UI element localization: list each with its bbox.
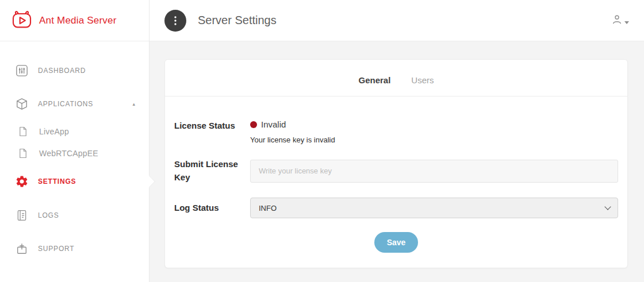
chevron-down-icon	[624, 21, 629, 24]
sidebar-item-applications[interactable]: APPLICATIONS ▴	[0, 87, 149, 121]
settings-card: General Users License Status Invalid You…	[164, 59, 628, 268]
sidebar-nav: DASHBOARD APPLICATIONS ▴	[0, 41, 149, 265]
sidebar-item-label: SUPPORT	[38, 245, 74, 253]
brand: Ant Media Server	[0, 0, 149, 41]
user-menu-button[interactable]	[611, 14, 629, 28]
app-root: Ant Media Server DASHBOARD	[0, 0, 644, 282]
sidebar-item-dashboard[interactable]: DASHBOARD	[0, 54, 149, 87]
logs-icon	[15, 209, 29, 222]
tab-users[interactable]: Users	[411, 75, 434, 85]
license-status-value: Invalid	[250, 119, 618, 129]
ant-media-logo-icon	[10, 10, 33, 32]
sidebar-item-settings[interactable]: SETTINGS	[0, 164, 149, 199]
license-key-input[interactable]	[250, 160, 618, 183]
license-key-row: Submit License Key	[174, 158, 618, 184]
page-title: Server Settings	[198, 14, 277, 27]
sidebar-item-label: SETTINGS	[38, 177, 76, 186]
license-status-label: License Status	[174, 119, 250, 144]
log-status-row: Log Status INFO	[174, 198, 618, 218]
server-settings-form: License Status Invalid Your license key …	[165, 96, 627, 266]
sidebar-item-label: APPLICATIONS	[38, 100, 93, 108]
license-status-row: License Status Invalid Your license key …	[174, 119, 618, 144]
dashboard-icon	[15, 64, 29, 77]
sidebar-item-logs[interactable]: LOGS	[0, 199, 149, 232]
sidebar: Ant Media Server DASHBOARD	[0, 0, 150, 282]
sidebar-item-support[interactable]: SUPPORT	[0, 232, 149, 265]
sidebar-item-label: LiveApp	[39, 127, 69, 136]
file-icon	[16, 148, 30, 159]
status-dot-icon	[250, 121, 257, 128]
file-icon	[16, 126, 30, 137]
log-status-select[interactable]: INFO	[250, 198, 618, 218]
main-area: Server Settings General Users	[150, 0, 644, 282]
collapse-caret-icon[interactable]: ▴	[132, 101, 135, 107]
tab-bar: General Users	[165, 60, 627, 96]
user-icon	[611, 14, 623, 28]
sidebar-item-webrtcappee[interactable]: WebRTCAppEE	[0, 142, 149, 164]
support-icon	[15, 242, 29, 255]
sidebar-item-label: LOGS	[38, 211, 59, 219]
license-key-label: Submit License Key	[174, 158, 250, 184]
sidebar-item-label: WebRTCAppEE	[39, 149, 98, 158]
vertical-dots-icon	[174, 16, 177, 26]
applications-icon	[15, 98, 29, 110]
tab-general[interactable]: General	[358, 75, 390, 85]
brand-name: Ant Media Server	[39, 15, 117, 26]
sidebar-item-label: DASHBOARD	[38, 67, 86, 75]
log-status-label: Log Status	[174, 202, 250, 215]
top-header: Server Settings	[150, 0, 644, 41]
content-area: General Users License Status Invalid You…	[150, 41, 644, 282]
save-button[interactable]: Save	[374, 232, 419, 253]
sidebar-item-liveapp[interactable]: LiveApp	[0, 121, 149, 142]
menu-dots-button[interactable]	[164, 10, 186, 32]
gear-icon	[15, 175, 29, 188]
license-status-text: Invalid	[261, 119, 286, 129]
license-status-note: Your license key is invalid	[250, 136, 618, 144]
